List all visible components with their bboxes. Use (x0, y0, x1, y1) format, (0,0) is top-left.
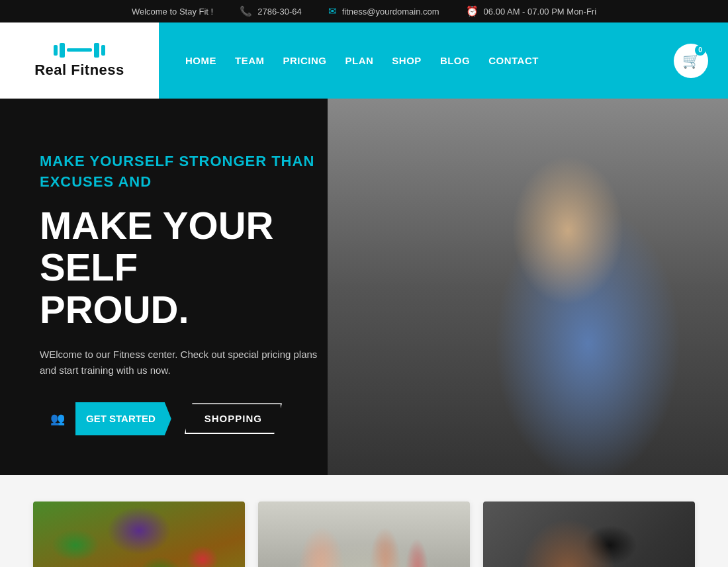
email-icon: ✉ (328, 5, 337, 17)
card-image-bootcamp (258, 502, 470, 567)
hero-title-line1: MAKE YOUR SELF (40, 204, 273, 289)
card-image-training (483, 502, 695, 567)
hero-buttons: 👥 GET STARTED SHOPPING (40, 402, 361, 435)
cart-badge: 0 (695, 45, 705, 56)
main-nav: HOME TEAM PRICING PLAN SHOP BLOG CONTACT… (159, 22, 728, 99)
nav-link-pricing[interactable]: PRICING (283, 55, 327, 66)
logo-text: Real Fitness (34, 62, 124, 79)
nav-item-team[interactable]: TEAM (235, 55, 265, 67)
nav-item-shop[interactable]: SHOP (392, 55, 422, 67)
hours-item: ⏰ 06.00 AM - 07.00 PM Mon-Fri (466, 5, 597, 17)
business-hours: 06.00 AM - 07.00 PM Mon-Fri (484, 7, 597, 17)
hero-subtitle: MAKE YOURSELF STRONGER THAN EXCUSES AND (40, 152, 361, 193)
nav-item-home[interactable]: HOME (185, 55, 216, 67)
header: Real Fitness HOME TEAM PRICING PLAN SHOP… (0, 22, 728, 99)
email-item: ✉ fitness@yourdomain.com (328, 5, 439, 17)
card-bootcamp: BOOT CAMP A SHORT, INTENSIVE, AND RIGORO… (258, 502, 470, 567)
nav-link-home[interactable]: HOME (185, 55, 216, 66)
card-img-wrap-nutrition (33, 502, 245, 567)
get-started-icon: 👥 (40, 402, 75, 435)
welcome-text: Welcome to Stay Fit ! (132, 7, 213, 17)
nav-link-blog[interactable]: BLOG (440, 55, 470, 66)
nav-link-plan[interactable]: PLAN (345, 55, 374, 66)
hero-content: MAKE YOURSELF STRONGER THAN EXCUSES AND … (0, 99, 400, 475)
phone-icon: 📞 (240, 5, 252, 17)
cards-section: NUTRITION CHALLENGES VERY POWERFUL FOOD … (0, 475, 728, 567)
nav-item-plan[interactable]: PLAN (345, 55, 374, 67)
get-started-button[interactable]: 👥 GET STARTED (40, 402, 171, 435)
hero-title: MAKE YOUR SELF PROUD. (40, 204, 361, 331)
nav-links: HOME TEAM PRICING PLAN SHOP BLOG CONTACT (185, 55, 539, 67)
hero-section: MAKE YOURSELF STRONGER THAN EXCUSES AND … (0, 99, 728, 475)
nav-link-team[interactable]: TEAM (235, 55, 265, 66)
clock-icon: ⏰ (466, 5, 478, 17)
hero-title-line2: PROUD. (40, 288, 189, 331)
nav-link-contact[interactable]: CONTACT (488, 55, 539, 66)
welcome-message: Welcome to Stay Fit ! (132, 7, 213, 17)
dumbbell-plate-left (60, 43, 65, 58)
email-address: fitness@yourdomain.com (342, 7, 439, 17)
card-img-wrap-training (483, 502, 695, 567)
get-started-label: GET STARTED (75, 404, 171, 433)
nav-item-contact[interactable]: CONTACT (488, 55, 539, 67)
hero-description: WElcome to our Fitness center. Check out… (40, 347, 324, 378)
cart-button[interactable]: 0 🛒 (674, 44, 708, 78)
logo-area: Real Fitness (0, 22, 159, 99)
nav-item-pricing[interactable]: PRICING (283, 55, 327, 67)
phone-item: 📞 2786-30-64 (240, 5, 302, 17)
dumbbell-bar (67, 48, 92, 52)
card-image-nutrition (33, 502, 245, 567)
dumbbell-plate-right-sm (101, 45, 105, 56)
card-img-wrap-bootcamp (258, 502, 470, 567)
dumbbell-plate-right (94, 43, 99, 58)
card-nutrition: NUTRITION CHALLENGES VERY POWERFUL FOOD … (33, 502, 245, 567)
nav-item-blog[interactable]: BLOG (440, 55, 470, 67)
logo-dumbbell-icon (54, 43, 105, 58)
phone-number: 2786-30-64 (257, 7, 302, 17)
shopping-button[interactable]: SHOPPING (185, 403, 282, 434)
dumbbell-plate-left-sm (54, 45, 58, 56)
nav-link-shop[interactable]: SHOP (392, 55, 422, 66)
card-training: PERSONAL TRAINING A PERSONAL TRAINER IS … (483, 502, 695, 567)
top-bar: Welcome to Stay Fit ! 📞 2786-30-64 ✉ fit… (0, 0, 728, 22)
